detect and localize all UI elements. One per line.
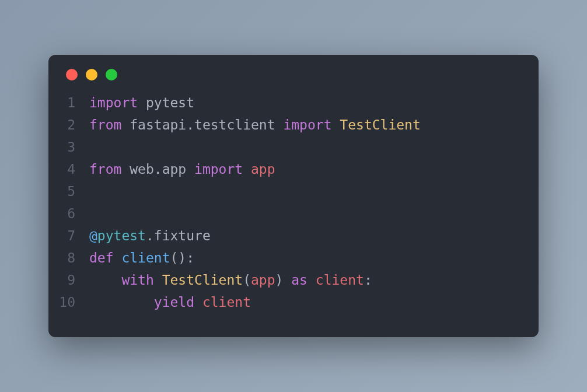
code-token xyxy=(154,272,162,288)
code-token: ) xyxy=(275,272,284,288)
code-line: 6 xyxy=(48,203,521,225)
line-content: from fastapi.testclient import TestClien… xyxy=(89,114,421,136)
code-token xyxy=(331,117,340,132)
code-token: . xyxy=(186,117,194,132)
code-token: fastapi xyxy=(130,117,186,132)
code-token xyxy=(114,250,122,265)
line-number: 4 xyxy=(48,159,89,181)
code-token xyxy=(138,95,146,110)
line-number: 8 xyxy=(48,247,89,270)
code-token xyxy=(243,162,251,177)
line-content xyxy=(89,203,97,225)
line-number: 7 xyxy=(48,225,89,247)
line-content: with TestClient(app) as client: xyxy=(89,270,372,292)
line-number: 10 xyxy=(48,292,89,314)
code-token: . xyxy=(146,228,154,243)
code-token xyxy=(186,162,194,177)
code-token: app xyxy=(251,272,275,288)
code-line: 8def client(): xyxy=(48,247,521,270)
line-content: def client(): xyxy=(89,247,194,270)
line-number: 9 xyxy=(48,270,89,292)
line-number: 2 xyxy=(48,114,89,136)
line-number: 3 xyxy=(48,136,89,159)
code-token: testclient xyxy=(194,117,275,132)
code-token: client xyxy=(202,295,251,310)
code-token: : xyxy=(186,250,194,265)
code-token xyxy=(308,272,316,288)
code-token: with xyxy=(121,272,153,288)
code-line: 10 yield client xyxy=(48,292,521,314)
code-token: yield xyxy=(154,295,194,310)
code-line: 1import pytest xyxy=(48,92,521,114)
minimize-button[interactable] xyxy=(86,69,97,80)
code-token xyxy=(89,272,121,288)
code-line: 3 xyxy=(48,136,521,159)
code-token: ( xyxy=(243,272,251,288)
code-token: fixture xyxy=(154,228,211,243)
code-token xyxy=(89,295,154,310)
code-token xyxy=(275,117,284,132)
code-token xyxy=(121,117,130,132)
window-titlebar xyxy=(48,69,539,92)
line-content xyxy=(89,136,97,159)
code-token: TestClient xyxy=(162,272,243,288)
code-token: def xyxy=(89,250,114,265)
line-content xyxy=(89,181,97,203)
code-editor[interactable]: 1import pytest2from fastapi.testclient i… xyxy=(48,92,539,313)
code-window: 1import pytest2from fastapi.testclient i… xyxy=(48,55,539,337)
code-token: @ xyxy=(89,228,97,243)
code-token: web xyxy=(130,162,154,177)
code-token: app xyxy=(251,162,275,177)
code-token: pytest xyxy=(97,228,146,243)
close-button[interactable] xyxy=(66,69,78,80)
code-token: import xyxy=(89,95,138,110)
code-line: 2from fastapi.testclient import TestClie… xyxy=(48,114,521,136)
maximize-button[interactable] xyxy=(106,69,117,80)
code-token xyxy=(121,162,130,177)
code-token: client xyxy=(316,272,364,288)
code-line: 4from web.app import app xyxy=(48,159,521,181)
line-content: import pytest xyxy=(89,92,194,114)
code-token: as xyxy=(291,272,308,288)
line-content: from web.app import app xyxy=(89,159,275,181)
line-content: yield client xyxy=(89,292,251,314)
code-token: import xyxy=(194,162,243,177)
code-token: app xyxy=(162,162,187,177)
code-token: from xyxy=(89,117,121,132)
code-token: . xyxy=(154,162,162,177)
code-token xyxy=(283,272,291,288)
line-content: @pytest.fixture xyxy=(89,225,211,247)
code-token xyxy=(194,295,202,310)
code-token: import xyxy=(283,117,331,132)
code-token: client xyxy=(121,250,170,265)
code-token: : xyxy=(364,272,372,288)
line-number: 5 xyxy=(48,181,89,203)
code-token: from xyxy=(89,162,121,177)
line-number: 6 xyxy=(48,203,89,225)
code-line: 7@pytest.fixture xyxy=(48,225,521,247)
line-number: 1 xyxy=(48,92,89,114)
code-line: 9 with TestClient(app) as client: xyxy=(48,270,521,292)
code-token: () xyxy=(170,250,187,265)
code-line: 5 xyxy=(48,181,521,203)
code-token: TestClient xyxy=(340,117,420,132)
code-token: pytest xyxy=(146,95,194,110)
